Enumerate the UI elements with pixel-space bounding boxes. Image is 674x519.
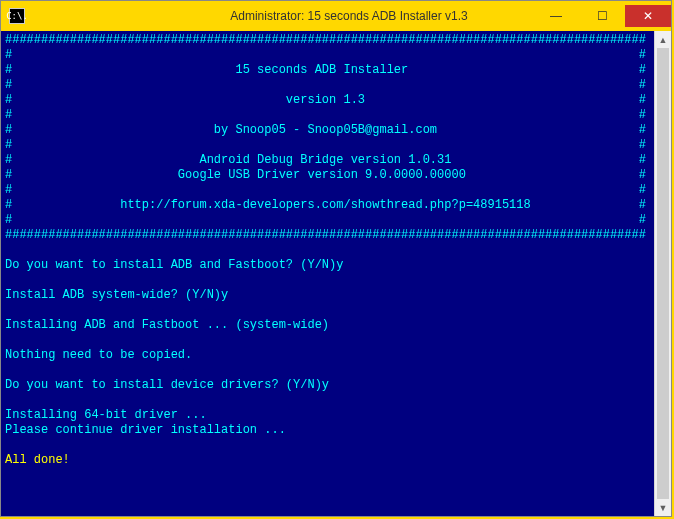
window-title: Administrator: 15 seconds ADB Installer …	[25, 9, 533, 23]
scroll-up-button[interactable]: ▲	[655, 31, 671, 48]
app-icon[interactable]: C:\.	[9, 8, 25, 24]
vertical-scrollbar[interactable]: ▲ ▼	[654, 31, 671, 516]
console-line: Installing ADB and Fastboot ... (system-…	[5, 318, 329, 332]
maximize-icon: ☐	[597, 9, 608, 23]
titlebar[interactable]: C:\. Administrator: 15 seconds ADB Insta…	[1, 1, 671, 31]
window-controls: — ☐ ✕	[533, 5, 671, 27]
console-line: Installing 64-bit driver ...	[5, 408, 207, 422]
scrollbar-thumb[interactable]	[657, 48, 669, 499]
console-output: ########################################…	[1, 31, 654, 516]
scroll-down-button[interactable]: ▼	[655, 499, 671, 516]
console-line: Do you want to install device drivers? (…	[5, 378, 329, 392]
maximize-button[interactable]: ☐	[579, 5, 625, 27]
console-line: Install ADB system-wide? (Y/N)y	[5, 288, 228, 302]
console-line: All done!	[5, 453, 70, 467]
scrollbar-track[interactable]	[655, 48, 671, 499]
console-header: ########################################…	[5, 33, 646, 242]
console-line: Nothing need to be copied.	[5, 348, 192, 362]
console-window: C:\. Administrator: 15 seconds ADB Insta…	[0, 0, 672, 517]
close-button[interactable]: ✕	[625, 5, 671, 27]
console-line: Do you want to install ADB and Fastboot?…	[5, 258, 343, 272]
close-icon: ✕	[643, 9, 653, 23]
titlebar-left: C:\.	[1, 8, 25, 24]
minimize-icon: —	[550, 9, 562, 23]
content-area: ########################################…	[1, 31, 671, 516]
console-line: Please continue driver installation ...	[5, 423, 286, 437]
minimize-button[interactable]: —	[533, 5, 579, 27]
